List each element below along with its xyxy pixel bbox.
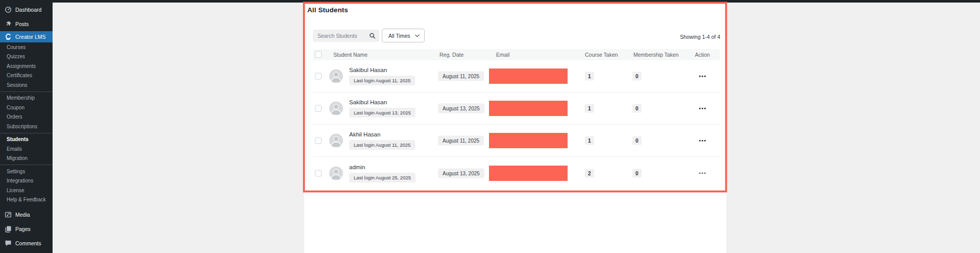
student-name-link[interactable]: Akhil Hasan [349, 131, 380, 137]
course-taken-count: 2 [585, 169, 594, 177]
avatar [329, 102, 343, 116]
membership-taken-count: 0 [632, 136, 642, 145]
student-name-link[interactable]: admin [349, 164, 365, 170]
avatar [329, 166, 343, 180]
avatar [329, 70, 343, 83]
search-icon[interactable] [369, 33, 376, 39]
course-taken-count: 1 [585, 72, 594, 81]
sidebar-item-sessions[interactable]: Sessions [0, 80, 53, 90]
column-header-reg-date: Reg. Date [439, 52, 463, 58]
sidebar-item-label: Coupon [7, 105, 24, 110]
column-header-action: Action [695, 52, 709, 58]
sidebar-item-comments[interactable]: Comments [0, 236, 53, 250]
sidebar-item-creator-lms[interactable]: Creator LMS [0, 31, 53, 42]
sidebar-item-label: Settings [7, 169, 25, 174]
sidebar-item-label: Certificates [7, 73, 32, 78]
sidebar-item-label: Orders [7, 114, 22, 120]
sidebar-separator [0, 91, 53, 92]
sidebar-gap [0, 250, 53, 253]
student-name-cell: Sakibul Hasan Last login August 11, 2025 [349, 67, 415, 85]
sidebar-item-dashboard[interactable]: Dashboard [0, 3, 53, 17]
wordpress-admin-page: DashboardPostsCreator LMSCoursesQuizzesA… [0, 0, 980, 253]
sidebar-item-label: Courses [7, 44, 26, 50]
column-header-email: Email [496, 52, 509, 58]
time-filter-select[interactable]: All Times [382, 29, 425, 42]
sidebar-item-orders[interactable]: Orders [0, 112, 53, 122]
sidebar-item-label: Comments [15, 240, 41, 246]
sidebar-item-integrations[interactable]: Integrations [0, 176, 53, 186]
results-count: Showing 1-4 of 4 [680, 34, 720, 40]
row-actions-button[interactable] [697, 74, 708, 79]
membership-taken-count: 0 [632, 72, 642, 81]
sidebar-item-label: License [7, 188, 24, 193]
column-header-student-name: Student Name [333, 52, 368, 58]
column-header-course-taken: Course Taken [585, 52, 618, 58]
sidebar-item-label: Migration [7, 155, 28, 161]
page-title: All Students [307, 6, 348, 14]
row-checkbox[interactable] [315, 105, 322, 112]
pin-icon [5, 20, 12, 28]
sidebar-item-coupon[interactable]: Coupon [0, 103, 53, 112]
row-actions-button[interactable] [697, 170, 708, 176]
all-students-panel: All Students All Times Showing 1-4 of 4 … [304, 3, 726, 253]
reg-date-badge: August 11, 2025 [438, 72, 484, 81]
sidebar-item-assignments[interactable]: Assignments [0, 61, 53, 71]
table-header-row: Student Name Reg. Date Email Course Take… [313, 49, 720, 60]
sidebar-item-label: Membership [7, 95, 35, 101]
table-row: Sakibul Hasan Last login August 13, 2025… [313, 93, 720, 125]
table-row: admin Last login August 25, 2025 August … [313, 157, 720, 189]
student-name-cell: Akhil Hasan Last login August 11, 2025 [349, 131, 415, 150]
row-checkbox[interactable] [315, 170, 322, 176]
sidebar-item-help-feedback[interactable]: Help & Feedback [0, 195, 53, 205]
sidebar-item-certificates[interactable]: Certificates [0, 71, 53, 81]
sidebar-item-label: Creator LMS [15, 34, 46, 40]
sidebar-item-settings[interactable]: Settings [0, 167, 53, 176]
sidebar-item-membership[interactable]: Membership [0, 94, 53, 103]
email-redacted-block [489, 68, 568, 84]
last-login-badge: Last login August 13, 2025 [349, 108, 415, 118]
sidebar-item-media[interactable]: Media [0, 208, 53, 222]
students-table: Student Name Reg. Date Email Course Take… [313, 49, 720, 189]
sidebar-item-license[interactable]: License [0, 186, 53, 195]
sidebar-item-pages[interactable]: Pages [0, 222, 53, 236]
sidebar-item-migration[interactable]: Migration [0, 154, 53, 164]
table-row: Akhil Hasan Last login August 11, 2025 A… [313, 125, 720, 157]
email-redacted-block [489, 101, 568, 116]
sidebar-item-students[interactable]: Students [0, 135, 53, 145]
sidebar-item-subscriptions[interactable]: Subscriptions [0, 122, 53, 131]
email-redacted-block [489, 133, 568, 148]
sidebar-item-emails[interactable]: Emails [0, 144, 53, 154]
creator-lms-icon [5, 33, 12, 40]
sidebar-separator [0, 165, 53, 165]
sidebar-item-label: Posts [15, 21, 29, 27]
sidebar-item-posts[interactable]: Posts [0, 17, 53, 31]
sidebar-item-label: Help & Feedback [7, 197, 46, 202]
membership-taken-count: 0 [632, 104, 642, 113]
sidebar-item-label: Media [15, 212, 30, 218]
sidebar-separator [0, 133, 53, 133]
sidebar-item-label: Sessions [7, 82, 28, 88]
student-name-link[interactable]: Sakibul Hasan [349, 99, 387, 105]
row-checkbox[interactable] [315, 137, 322, 144]
row-actions-button[interactable] [697, 138, 708, 144]
select-all-checkbox[interactable] [315, 51, 322, 58]
sidebar-item-courses[interactable]: Courses [0, 42, 53, 52]
column-header-membership-taken: Membership Taken [633, 52, 679, 58]
dashboard-icon [5, 6, 12, 13]
sidebar-item-label: Pages [15, 226, 31, 232]
avatar [329, 134, 343, 148]
reg-date-badge: August 13, 2025 [438, 104, 484, 113]
sidebar-item-quizzes[interactable]: Quizzes [0, 52, 53, 62]
sidebar-item-label: Emails [7, 146, 22, 152]
sidebar-item-label: Quizzes [7, 54, 25, 59]
row-checkbox[interactable] [315, 73, 322, 80]
table-row: Sakibul Hasan Last login August 11, 2025… [313, 60, 720, 93]
student-name-link[interactable]: Sakibul Hasan [349, 67, 387, 73]
last-login-badge: Last login August 25, 2025 [349, 173, 415, 182]
sidebar-item-label: Integrations [7, 178, 33, 183]
media-icon [5, 211, 12, 218]
membership-taken-count: 0 [632, 169, 642, 177]
row-actions-button[interactable] [697, 106, 708, 111]
student-name-cell: Sakibul Hasan Last login August 13, 2025 [349, 99, 415, 118]
chevron-down-icon [415, 34, 420, 37]
